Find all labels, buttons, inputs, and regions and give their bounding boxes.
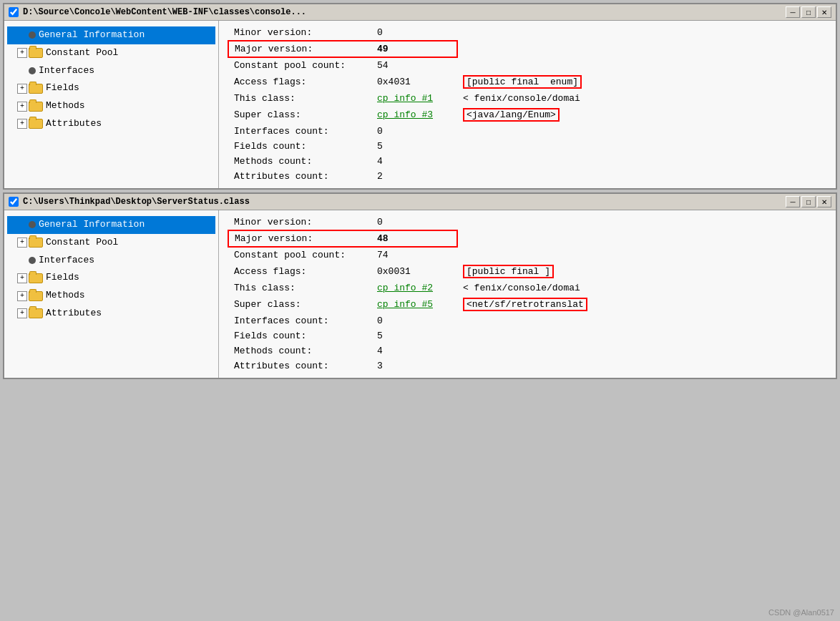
row-fields-count-1: Fields count: 5 — [228, 139, 826, 154]
cp-info-link-super-1[interactable]: cp info #3 — [377, 109, 433, 120]
value-major-version-2: 48 — [371, 230, 457, 247]
row-minor-version-1: Minor version: 0 — [228, 25, 826, 41]
tree-item-constant-pool-1[interactable]: + Constant Pool — [7, 44, 215, 62]
tree-item-interfaces-1[interactable]: Interfaces — [7, 62, 215, 80]
label-attrs-count-1: Attributes count: — [228, 169, 371, 184]
value-attrs-count-1: 2 — [371, 169, 457, 184]
extra-super-class-2: <net/sf/retrotranslat — [457, 295, 826, 313]
window2-close-button[interactable]: ✕ — [817, 196, 831, 207]
cp-info-link-1[interactable]: cp info #1 — [377, 93, 433, 104]
window1-maximize-button[interactable]: □ — [801, 6, 816, 18]
tree-label-attrs-1: Attributes — [46, 117, 102, 132]
label-methods-count-2: Methods count: — [228, 343, 371, 358]
window2-titlebar: C:\Users\Thinkpad\Desktop\ServerStatus.c… — [4, 194, 836, 210]
tree-item-methods-2[interactable]: + Methods — [7, 287, 215, 305]
value-methods-count-2: 4 — [371, 343, 457, 358]
window1-close-button[interactable]: ✕ — [817, 6, 831, 18]
extra-super-class-1: <java/lang/Enum> — [457, 106, 826, 124]
window1-body: General Information + Constant Pool Inte… — [4, 21, 836, 188]
tree-item-general-info-1[interactable]: General Information — [7, 26, 215, 44]
folder-icon-methods-1 — [29, 102, 43, 112]
window1-minimize-button[interactable]: ─ — [786, 6, 800, 18]
row-ifaces-count-2: Interfaces count: 0 — [228, 313, 826, 328]
expand-icon-1[interactable]: + — [17, 48, 27, 58]
window2-minimize-button[interactable]: ─ — [786, 196, 800, 207]
label-fields-count-2: Fields count: — [228, 328, 371, 343]
folder-icon-attrs-1 — [29, 119, 43, 129]
label-minor-version-2: Minor version: — [228, 215, 371, 230]
tree-item-constant-pool-2[interactable]: + Constant Pool — [7, 234, 215, 252]
tree-label-fields-2: Fields — [46, 270, 79, 285]
label-major-version-2: Major version: — [228, 230, 371, 247]
label-access-flags-2: Access flags: — [228, 263, 371, 280]
tree-label-methods-1: Methods — [46, 99, 85, 114]
window1-title-text: D:\Source\Concole\WebContent\WEB-INF\cla… — [23, 7, 306, 17]
bullet-icon — [29, 221, 36, 228]
extra-minor-version-2 — [457, 215, 826, 230]
label-ifaces-count-1: Interfaces count: — [228, 124, 371, 139]
expand-icon-methods-1[interactable]: + — [17, 102, 27, 112]
value-cp-count-1: 54 — [371, 57, 457, 73]
window2-title-text: C:\Users\Thinkpad\Desktop\ServerStatus.c… — [23, 197, 250, 207]
extra-cp-count-2 — [457, 247, 826, 263]
access-flags-badge-2: [public final ] — [463, 265, 554, 278]
row-ifaces-count-1: Interfaces count: 0 — [228, 124, 826, 139]
row-major-version-2: Major version: 48 — [228, 230, 826, 247]
tree-item-methods-1[interactable]: + Methods — [7, 97, 215, 115]
row-super-class-2: Super class: cp info #5 <net/sf/retrotra… — [228, 295, 826, 313]
window1-checkbox[interactable] — [9, 7, 19, 17]
window1-detail-panel: Minor version: 0 Major version: 49 Const… — [219, 21, 836, 188]
cp-info-link-super-2[interactable]: cp info #5 — [377, 299, 433, 310]
expand-icon-cp-2[interactable]: + — [17, 238, 27, 248]
expand-icon-methods-2[interactable]: + — [17, 291, 27, 301]
row-major-version-1: Major version: 49 — [228, 41, 826, 57]
label-methods-count-1: Methods count: — [228, 154, 371, 169]
row-this-class-1: This class: cp info #1 < fenix/console/d… — [228, 91, 826, 106]
label-this-class-1: This class: — [228, 91, 371, 106]
label-cp-count-2: Constant pool count: — [228, 247, 371, 263]
value-minor-version-1: 0 — [371, 25, 457, 41]
cp-info-link-2[interactable]: cp info #2 — [377, 283, 433, 293]
tree-label-methods-2: Methods — [46, 288, 85, 303]
label-this-class-2: This class: — [228, 280, 371, 295]
window2-checkbox[interactable] — [9, 197, 19, 207]
bullet-icon — [29, 67, 36, 74]
window2-maximize-button[interactable]: □ — [801, 196, 816, 207]
value-attrs-count-2: 3 — [371, 358, 457, 373]
tree-label-interfaces-1: Interfaces — [39, 64, 94, 79]
extra-minor-version-1 — [457, 25, 826, 41]
label-attrs-count-2: Attributes count: — [228, 358, 371, 373]
folder-icon-attrs-2 — [29, 308, 43, 318]
row-access-flags-1: Access flags: 0x4031 [public final enum] — [228, 73, 826, 91]
window1-title-buttons: ─ □ ✕ — [786, 6, 831, 18]
extra-attrs-count-1 — [457, 169, 826, 184]
tree-item-attributes-2[interactable]: + Attributes — [7, 305, 215, 323]
tree-item-interfaces-2[interactable]: Interfaces — [7, 252, 215, 270]
tree-item-attributes-1[interactable]: + Attributes — [7, 115, 215, 133]
tree-item-fields-1[interactable]: + Fields — [7, 79, 215, 97]
expand-icon-attrs-1[interactable]: + — [17, 119, 27, 129]
extra-cp-count-1 — [457, 57, 826, 73]
value-fields-count-1: 5 — [371, 139, 457, 154]
tree-item-general-info-2[interactable]: General Information — [7, 216, 215, 234]
value-ifaces-count-2: 0 — [371, 313, 457, 328]
label-super-class-2: Super class: — [228, 295, 371, 313]
expand-icon-fields-1[interactable]: + — [17, 84, 27, 94]
tree-label-attrs-2: Attributes — [46, 306, 102, 321]
folder-icon-fields-1 — [29, 84, 43, 94]
tree-item-fields-2[interactable]: + Fields — [7, 269, 215, 287]
extra-this-class-2: < fenix/console/domai — [457, 280, 826, 295]
window2-tree-panel: General Information + Constant Pool Inte… — [4, 210, 219, 378]
label-fields-count-1: Fields count: — [228, 139, 371, 154]
extra-fields-count-1 — [457, 139, 826, 154]
row-methods-count-2: Methods count: 4 — [228, 343, 826, 358]
expand-icon-fields-2[interactable]: + — [17, 273, 27, 283]
window1-tree-panel: General Information + Constant Pool Inte… — [4, 21, 219, 188]
tree-label-fields-1: Fields — [46, 81, 79, 96]
watermark-text: CSDN @Alan0517 — [768, 608, 834, 617]
extra-major-version-1 — [457, 41, 826, 57]
super-class-badge-1: <java/lang/Enum> — [463, 108, 560, 122]
extra-methods-count-1 — [457, 154, 826, 169]
window2-title-left: C:\Users\Thinkpad\Desktop\ServerStatus.c… — [9, 197, 250, 207]
expand-icon-attrs-2[interactable]: + — [17, 308, 27, 318]
